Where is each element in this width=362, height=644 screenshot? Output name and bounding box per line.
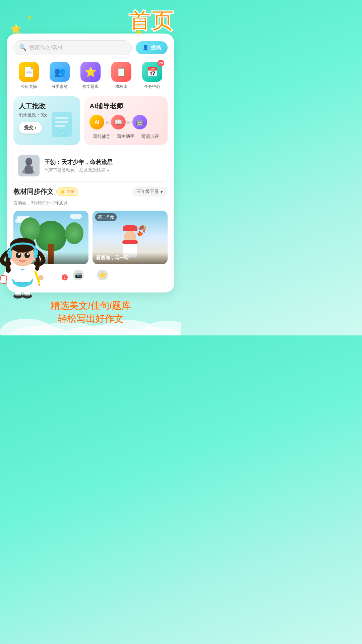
essay-topics-icon-circle: ⭐ [80,62,101,82]
task-center-icon-circle: 📅 20 [142,62,162,82]
second-unit-badge: 第二单元 [95,213,117,221]
textbook-card-plant-friends[interactable]: 单 植物朋友 [13,211,88,264]
svg-point-19 [2,275,7,280]
star-tag-icon: 🌟 [60,189,65,194]
section-desc: 看动画，3分钟打开写作思路 [13,200,168,206]
template-library-icon: 📋 [116,66,127,77]
search-placeholder-text: 搜索作文/素材 [29,44,63,51]
nav-star-badge: 1 [62,274,68,280]
look-draw-label: 看图画，写一写 [93,252,168,264]
image-grid: 单 植物朋友 [13,211,168,264]
daily-digest-label: 今日文摘 [21,84,37,90]
task-center-label: 任务中心 [144,84,160,90]
ai-step-postwrite-icon: 🤖 [132,115,147,129]
svg-rect-24 [0,276,6,283]
nav-camera[interactable]: 📷 [73,270,84,280]
ai-step-postwrite-label: 写后点评 [138,133,162,140]
essay-topics-icon: ⭐ [85,66,97,77]
section-title: 教材同步作文 [13,187,54,196]
page-title-block: 首页 [129,10,174,32]
ai-step-prewrite-icon: AI [89,115,104,129]
section-tag-text: 灵感 [66,189,74,195]
nav-icon-essay-topics[interactable]: ⭐ 作文题库 [80,62,101,90]
task-center-badge: 20 [158,60,164,66]
section-title-wrap: 教材同步作文 🌟 灵感 [13,187,78,196]
grade-selector-label: 三年级下册 [137,189,159,195]
slogan-line-2: 轻松写出好作文 [7,312,174,325]
star-nav-icon: ⭐ [97,270,108,280]
manual-review-submit-btn[interactable]: 提交 › [19,122,42,133]
section-tag: 🌟 灵感 [56,187,78,196]
ai-tutor-title: AI辅导老师 [89,102,162,111]
search-bar: 🔍 搜索作文/素材 👤 投稿 [13,40,168,55]
cloud-3 [70,214,82,219]
nav-icon-classified-materials[interactable]: 👥 分类素材 [50,62,70,90]
ai-steps: AI ▶ 📖 ▶ 🤖 [89,115,162,129]
plant-friends-badge-text: 单 [17,255,24,261]
nav-icon-template-library[interactable]: 📋 模板库 [111,62,131,90]
task-center-icon: 📅 [146,66,158,77]
tree-branch-left [20,217,40,241]
template-library-label: 模板库 [115,84,127,90]
classified-materials-icon-circle: 👥 [50,62,70,82]
svg-rect-1 [55,117,68,119]
vine-2 [31,239,32,248]
submit-label: 投稿 [151,45,161,51]
daily-digest-icon: 📄 [23,66,35,77]
manual-review-submit-label: 提交 [24,125,34,131]
ai-tutor-panel[interactable]: AI辅导老师 AI ▶ 📖 ▶ 🤖 写前辅导 写中助手 写后点评 [84,96,168,145]
arrow-icon-1: ▶ [106,119,110,125]
nav-icon-daily-digest[interactable]: 📄 今日文摘 [19,62,39,90]
section-header: 教材同步作文 🌟 灵感 三年级下册 ▾ [13,186,168,197]
ai-step-midwrite-icon: 📖 [111,115,126,129]
robot-icon: 🤖 [135,118,144,126]
manual-review-panel[interactable]: 人工批改 剩余批改：8次 提交 › ✓ [13,96,80,145]
page-title: 首页 [129,10,174,32]
vine-1 [28,239,29,246]
star-decoration-2: ✦ [27,13,33,21]
article-card[interactable]: 王勃：天才少年，命若流星 他写下最美秋色，却以悲剧结局 » [13,150,168,181]
search-input-wrap[interactable]: 🔍 搜索作文/素材 [13,40,132,55]
chevron-right-icon: › [35,125,37,130]
bottom-slogan: 精选美文/佳句/题库 轻松写出好作文 [0,292,181,335]
textbook-card-look-draw[interactable]: 🍂 🍁 第二单元 看图画，写一写 [93,211,168,264]
ai-labels: 写前辅导 写中助手 写后点评 [89,133,162,140]
ai-step-midwrite-label: 写中助手 [114,133,138,140]
plant-friends-text: 植物朋友 [27,255,46,260]
classified-materials-label: 分类素材 [52,84,68,90]
submit-icon: 👤 [142,45,149,51]
ai-icon: AI [95,119,99,125]
search-icon: 🔍 [19,44,26,51]
classified-materials-icon: 👥 [54,66,66,77]
two-panel: 人工批改 剩余批改：8次 提交 › ✓ AI辅导老师 [13,96,168,145]
tree-branch-right [65,222,83,244]
vine-3 [33,239,34,247]
svg-text:✓: ✓ [61,130,65,136]
essay-topics-label: 作文题库 [82,84,99,90]
submit-button[interactable]: 👤 投稿 [136,41,168,54]
nav-star[interactable]: ⭐ 1 [97,270,108,280]
slogan-line-1: 精选美文/佳句/题库 [7,299,174,312]
chevron-down-icon: ▾ [161,189,163,194]
article-desc: 他写下最美秋色，却以悲剧结局 » [44,167,163,173]
manual-review-title: 人工批改 [19,102,75,111]
nav-icon-task-center[interactable]: 📅 20 任务中心 [142,62,162,90]
star-decoration-1: ⭐ [10,23,22,35]
ai-step-prewrite-label: 写前辅导 [89,133,114,140]
grade-selector[interactable]: 三年级下册 ▾ [132,186,168,197]
doc-float-decoration: ✓ [50,110,77,142]
article-title: 王勃：天才少年，命若流星 [44,158,163,166]
camera-icon: 📷 [73,270,84,280]
plant-friends-label: 单 植物朋友 [13,252,88,264]
daily-digest-icon-circle: 📄 [19,62,39,82]
main-card: 🔍 搜索作文/素材 👤 投稿 📄 今日文摘 👥 分类素材 ⭐ 作文题库 [7,34,174,292]
textbook-section: 教材同步作文 🌟 灵感 三年级下册 ▾ 看动画，3分钟打开写作思路 [13,186,168,264]
arrow-icon-2: ▶ [127,119,131,125]
svg-rect-2 [55,121,68,123]
article-thumbnail [18,155,40,176]
article-info: 王勃：天才少年，命若流星 他写下最美秋色，却以悲剧结局 » [44,158,163,173]
svg-rect-3 [55,125,65,127]
bottom-nav: 📷 ⭐ 1 [13,264,168,286]
template-library-icon-circle: 📋 [111,62,131,82]
book-icon: 📖 [114,118,122,126]
